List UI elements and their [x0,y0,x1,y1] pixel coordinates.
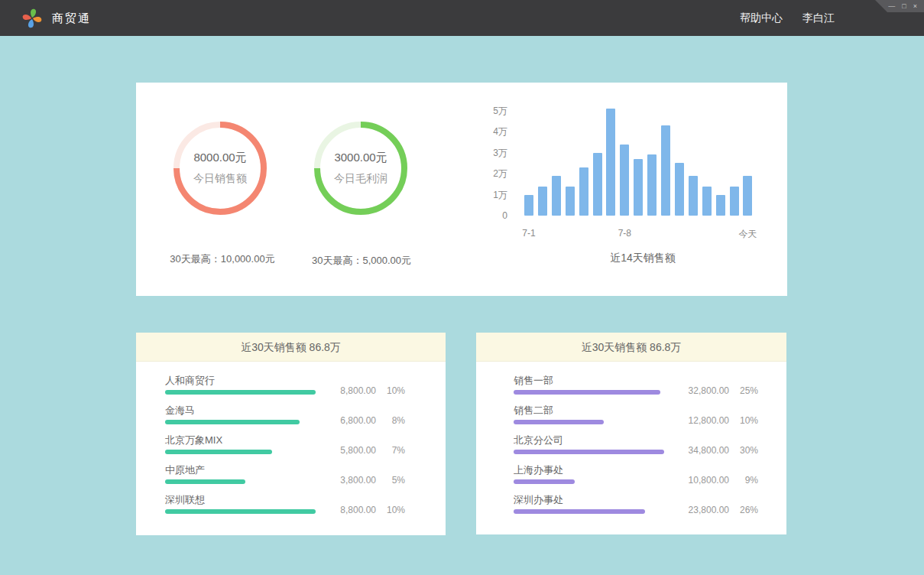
bar [579,167,588,216]
item-name: 销售二部 [514,405,786,416]
list-item: 北京万象MIX 5,800.007% [136,435,446,465]
departments-sales-list: 销售一部 32,800.0025% 销售二部 12,800.0010% 北京分公… [476,362,786,525]
bar [716,195,725,216]
username-menu[interactable]: 李白江 [802,11,835,25]
item-percent: 26% [735,505,758,515]
item-amount: 32,800.00 [679,385,729,396]
y-tick-label: 0 [465,210,507,221]
list-item: 深圳联想 8,800.0010% [136,495,446,525]
item-name: 中原地产 [165,465,446,476]
item-amount: 12,800.00 [679,415,729,426]
bar [675,163,684,216]
item-name: 金海马 [165,405,446,416]
bar [524,195,533,216]
x-tick-label: 7-1 [522,228,535,239]
item-name: 北京分公司 [514,435,786,446]
item-name: 上海办事处 [514,465,786,476]
today-sales-donut: 8000.00元 今日销售额 [173,121,267,216]
today-profit-label: 今日毛利润 [334,172,387,186]
y-tick-label: 4万 [465,126,507,137]
item-amount: 23,800.00 [679,505,729,515]
list-item: 金海马 6,800.008% [136,405,446,435]
maximize-icon[interactable]: □ [902,3,906,10]
item-percent: 7% [382,445,405,456]
item-percent: 10% [382,385,405,396]
help-center-link[interactable]: 帮助中心 [740,11,783,25]
list-item: 人和商贸行 8,800.0010% [136,375,446,405]
item-name: 深圳办事处 [514,495,786,505]
list-item: 深圳办事处 23,800.0026% [476,495,786,525]
item-progress-bar [165,479,245,484]
y-tick-label: 1万 [465,190,507,200]
item-amount: 3,800.00 [326,475,376,486]
item-value: 23,800.0026% [679,505,758,515]
item-name: 北京万象MIX [165,435,446,446]
panel-title: 近30天销售额 86.8万 [476,333,786,362]
item-amount: 6,800.00 [326,415,376,426]
bar [661,125,670,216]
item-value: 10,800.009% [679,475,758,486]
y-tick-label: 5万 [465,106,507,116]
bar [566,187,575,216]
bar [743,176,752,216]
item-value: 34,800.0030% [679,445,758,456]
item-value: 12,800.0010% [679,415,758,426]
item-progress-bar [165,509,316,514]
item-amount: 8,800.00 [326,385,376,396]
item-progress-bar [165,450,272,454]
item-value: 5,800.007% [326,445,405,456]
bar-chart-y-axis: 01万2万3万4万5万 [465,83,507,216]
y-tick-label: 3万 [465,148,507,158]
item-progress-bar [514,450,664,454]
item-amount: 10,800.00 [679,475,729,486]
bar [538,187,547,216]
item-value: 8,800.0010% [326,505,405,515]
item-progress-bar [165,420,300,424]
departments-sales-panel: 近30天销售额 86.8万 销售一部 32,800.0025% 销售二部 12,… [476,333,786,534]
bar-chart-x-axis: 7-17-8今天 [524,228,761,240]
item-amount: 8,800.00 [326,505,376,515]
item-name: 销售一部 [514,375,786,386]
item-value: 6,800.008% [326,415,405,426]
item-progress-bar [514,509,645,514]
item-progress-bar [165,390,316,395]
list-item: 中原地产 3,800.005% [136,465,446,495]
profit-30day-max-caption: 30天最高：5,000.00元 [275,254,448,268]
sales-14day-bar-chart [524,83,761,216]
bar [552,176,561,216]
minimize-icon[interactable]: — [888,3,895,10]
item-percent: 25% [735,385,758,396]
today-profit-donut: 3000.00元 今日毛利润 [313,121,408,216]
window-controls: — □ × [875,0,924,12]
bar [620,145,629,216]
bar [634,159,643,216]
bar [593,153,602,216]
item-amount: 5,800.00 [326,445,376,456]
item-percent: 5% [382,475,405,486]
item-percent: 30% [735,445,758,456]
bar-chart-title: 近14天销售额 [524,252,761,265]
bar [647,154,657,216]
today-profit-value: 3000.00元 [334,151,387,165]
x-tick-label: 今天 [738,228,757,241]
item-value: 8,800.0010% [326,385,405,396]
list-item: 销售二部 12,800.0010% [476,405,786,435]
item-percent: 10% [735,415,758,426]
today-summary-card: 8000.00元 今日销售额 30天最高：10,000.00元 3000.00元… [136,83,787,296]
item-amount: 34,800.00 [679,445,729,456]
item-percent: 10% [382,505,405,515]
bar [730,187,739,216]
panel-title: 近30天销售额 86.8万 [136,333,446,362]
list-item: 上海办事处 10,800.009% [476,465,786,495]
item-percent: 8% [382,415,405,426]
today-sales-value: 8000.00元 [193,151,246,165]
bar [606,109,615,216]
item-progress-bar [514,420,604,424]
item-name: 人和商贸行 [165,375,446,386]
customers-sales-list: 人和商贸行 8,800.0010% 金海马 6,800.008% 北京万象MIX… [136,362,446,525]
x-tick-label: 7-8 [618,228,631,239]
title-bar: 商贸通 帮助中心 李白江 — □ × [0,0,924,36]
item-value: 32,800.0025% [679,385,758,396]
close-icon[interactable]: × [913,3,917,10]
today-sales-label: 今日销售额 [193,172,247,186]
